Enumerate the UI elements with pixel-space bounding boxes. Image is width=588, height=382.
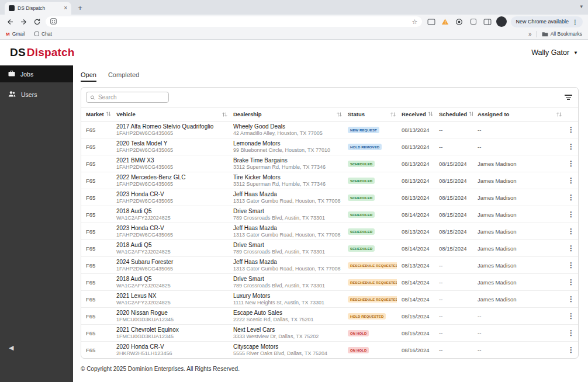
- record-icon[interactable]: [454, 17, 464, 26]
- sidebar-item-jobs[interactable]: Jobs: [0, 65, 73, 82]
- row-menu-kebab-icon[interactable]: ⋮: [568, 278, 575, 286]
- status-badge: SCHEDULED: [348, 178, 375, 184]
- warning-icon[interactable]: [440, 17, 450, 26]
- dealership-name: Drive Smart: [233, 208, 342, 214]
- table-row[interactable]: F65 2021 Lexus NX WA1C2AFY2J2024825 Luxu…: [81, 291, 578, 308]
- dealership-address: 1111 New Heights St, Austin, TX 73301: [233, 300, 342, 305]
- back-button[interactable]: [5, 17, 15, 26]
- bookmark-chat[interactable]: Chat: [34, 31, 52, 37]
- table-row[interactable]: F65 2020 Honda CR-V 2HKRW2H51LH123456 Ci…: [81, 342, 578, 359]
- sidebar-item-users[interactable]: Users: [0, 86, 73, 103]
- table-row[interactable]: F65 2020 Tesla Model Y 1FAHP2DW6CG435065…: [81, 138, 578, 155]
- tab-completed[interactable]: Completed: [108, 71, 139, 82]
- row-menu-kebab-icon[interactable]: ⋮: [568, 329, 575, 337]
- jobs-table: Market Vehicle Dealership Status Receive…: [81, 107, 578, 359]
- vehicle-vin: WA1C2AFY2J2024825: [116, 215, 227, 221]
- sort-icon[interactable]: [106, 111, 111, 117]
- col-assigned-to[interactable]: Assigned to: [473, 107, 563, 121]
- all-bookmarks-button[interactable]: All Bookmarks: [542, 31, 582, 37]
- col-received[interactable]: Received: [397, 107, 434, 121]
- cell-dealership: Drive Smart 789 Crossroads Blvd, Austin,…: [229, 206, 343, 223]
- status-badge: HOLD REQUESTED: [348, 313, 386, 320]
- cell-scheduled: --: [434, 325, 473, 342]
- new-tab-button[interactable]: +: [75, 2, 85, 13]
- new-chrome-available-button[interactable]: New Chrome available ⋮: [511, 16, 583, 27]
- search-input[interactable]: [98, 94, 165, 100]
- row-menu-kebab-icon[interactable]: ⋮: [568, 261, 575, 269]
- row-menu-kebab-icon[interactable]: ⋮: [568, 244, 575, 252]
- row-menu-kebab-icon[interactable]: ⋮: [568, 227, 575, 235]
- tab-open[interactable]: Open: [81, 71, 96, 82]
- search-box[interactable]: [86, 92, 169, 103]
- col-status[interactable]: Status: [343, 107, 397, 121]
- col-vehicle[interactable]: Vehicle: [112, 107, 229, 121]
- cell-vehicle: 2017 Alfa Romeo Stelvio Quadrifoglio: [112, 359, 229, 359]
- browser-tab[interactable]: DS Dispatch ×: [5, 2, 71, 15]
- row-menu-kebab-icon[interactable]: ⋮: [568, 193, 575, 202]
- row-menu-kebab-icon[interactable]: ⋮: [568, 346, 575, 354]
- row-menu-kebab-icon[interactable]: ⋮: [568, 295, 575, 303]
- cell-status: RESCHEDULE REQUESTED: [343, 274, 397, 291]
- table-row[interactable]: F65 2024 Subaru Forester 1FAHP2DW6CG4350…: [81, 257, 578, 274]
- table-row[interactable]: F65 2018 Audi Q5 WA1C2AFY2J2024825 Drive…: [81, 206, 578, 223]
- status-badge: SCHEDULED: [348, 211, 375, 218]
- cell-dealership: Lemonade Motors 99 Bluebonnet Circle, Ho…: [229, 138, 343, 155]
- row-menu-kebab-icon[interactable]: ⋮: [568, 210, 575, 218]
- sort-icon[interactable]: [428, 111, 433, 117]
- sort-icon[interactable]: [556, 112, 562, 117]
- bookmark-star-icon[interactable]: ☆: [412, 19, 418, 25]
- row-menu-kebab-icon[interactable]: ⋮: [568, 143, 575, 151]
- sort-icon[interactable]: [390, 112, 396, 117]
- row-menu-kebab-icon[interactable]: ⋮: [568, 312, 575, 320]
- table-row[interactable]: F65 2017 Alfa Romeo Stelvio Quadrifoglio…: [81, 359, 578, 359]
- browser-menu-kebab-icon[interactable]: ⋮: [572, 19, 578, 25]
- status-badge: SCHEDULED: [348, 228, 375, 235]
- sort-icon[interactable]: [469, 111, 473, 117]
- cell-market: F65: [81, 223, 112, 240]
- bookmarks-overflow-icon[interactable]: »: [528, 31, 532, 37]
- sort-icon[interactable]: [337, 112, 342, 117]
- col-dealership[interactable]: Dealership: [229, 107, 343, 121]
- user-menu[interactable]: Wally Gator ▼: [531, 48, 578, 57]
- bookmark-gmail[interactable]: M Gmail: [6, 31, 25, 37]
- cell-status: SCHEDULED: [343, 223, 397, 240]
- row-menu-kebab-icon[interactable]: ⋮: [568, 159, 575, 168]
- sort-icon[interactable]: [222, 112, 227, 117]
- cast-icon[interactable]: [426, 17, 436, 26]
- cell-received: 08/14/2024: [397, 291, 434, 308]
- extensions-icon[interactable]: [468, 17, 478, 26]
- tab-favicon-icon: [9, 5, 15, 11]
- cell-market: F65: [81, 121, 112, 138]
- forward-button[interactable]: [19, 17, 28, 26]
- table-row[interactable]: F65 2018 Audi Q5 WA1C2AFY2J2024825 Drive…: [81, 274, 578, 291]
- table-row[interactable]: F65 2017 Alfa Romeo Stelvio Quadrifoglio…: [81, 121, 578, 138]
- vehicle-vin: 2HKRW2H51LH123456: [116, 350, 227, 356]
- table-header-row: Market Vehicle Dealership Status Receive…: [81, 107, 578, 121]
- cell-dealership: Brake Time Bargains 3312 Superman Rd, Hu…: [229, 155, 343, 172]
- table-row[interactable]: F65 2023 Honda CR-V 1FAHP2DW6CG435065 Je…: [81, 223, 578, 240]
- reload-button[interactable]: [32, 17, 41, 26]
- dealership-name: Wheely Good Deals: [233, 123, 342, 130]
- table-row[interactable]: F65 2022 Mercedes-Benz GLC 1FAHP2DW6CG43…: [81, 172, 578, 189]
- address-bar[interactable]: ☆: [46, 16, 422, 27]
- profile-avatar[interactable]: [496, 16, 507, 27]
- side-panel-icon[interactable]: [482, 17, 492, 26]
- col-scheduled[interactable]: Scheduled: [434, 107, 473, 121]
- sidebar-collapse-button[interactable]: ◀: [9, 344, 13, 352]
- table-row[interactable]: F65 2021 Chevrolet Equinox 1FMCU0GD3KUA1…: [81, 325, 578, 342]
- cell-vehicle: 2018 Audi Q5 WA1C2AFY2J2024825: [112, 206, 229, 223]
- row-menu-kebab-icon[interactable]: ⋮: [568, 176, 575, 185]
- dealership-address: 3312 Superman Rd, Humble, TX 77346: [233, 181, 342, 187]
- row-menu-kebab-icon[interactable]: ⋮: [568, 126, 575, 134]
- table-row[interactable]: F65 2020 Nissan Rogue 1FMCU0GD3KUA12345 …: [81, 308, 578, 325]
- apps-grid-icon[interactable]: [50, 16, 57, 27]
- tab-close-icon[interactable]: ×: [64, 5, 67, 11]
- table-row[interactable]: F65 2021 BMW X3 1FAHP2DW6CG435065 Brake …: [81, 155, 578, 172]
- table-row[interactable]: F65 2018 Audi Q5 WA1C2AFY2J2024825 Drive…: [81, 240, 578, 257]
- filter-icon[interactable]: [563, 93, 573, 101]
- cell-received: 08/14/2024: [397, 240, 434, 257]
- table-row[interactable]: F65 2023 Honda CR-V 1FAHP2DW6CG435065 Je…: [81, 189, 578, 206]
- tab-search-chevron-icon[interactable]: ▾: [580, 4, 583, 9]
- vehicle-vin: 1FAHP2DW6CG435065: [116, 147, 227, 153]
- col-market[interactable]: Market: [81, 107, 112, 121]
